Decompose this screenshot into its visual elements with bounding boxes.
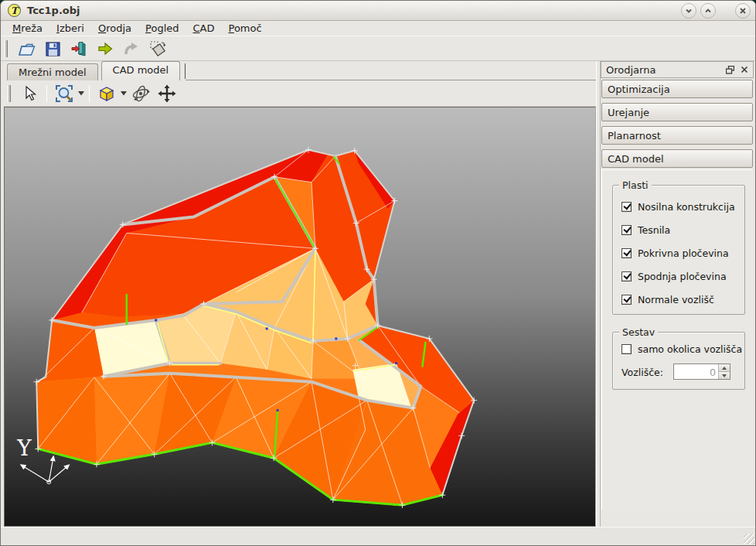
spin-label: Vozlišče: [621, 367, 663, 378]
select-cursor-icon [21, 84, 38, 103]
checkbox-samo-okolica[interactable]: samo okolica vozlišča [621, 343, 742, 355]
checkbox-spodnja-plocevina[interactable]: Spodnja pločevina [621, 271, 727, 282]
spin-value[interactable]: 0 [674, 364, 718, 379]
zoom-extents-button[interactable] [53, 83, 76, 104]
vozlisce-spinbox[interactable]: 0 [673, 363, 730, 380]
tab-cad-model[interactable]: CAD model [101, 61, 181, 80]
minimize-button[interactable] [681, 3, 696, 19]
group-sestav: Sestav samo okolica vozlišča Vozlišče: 0 [612, 332, 745, 390]
main-toolbar [1, 36, 756, 61]
checkbox-normale-vozlisc[interactable]: Normale vozlišč [621, 294, 714, 305]
select-tool-button[interactable] [18, 83, 41, 104]
checkbox-label: Nosilna konstrukcija [638, 201, 735, 213]
dock-close-button[interactable] [738, 63, 751, 76]
exit-button[interactable] [67, 38, 90, 60]
window-title: Tcc1p.obj [27, 5, 80, 16]
redo-icon [122, 39, 141, 58]
checkbox-label: Normale vozlišč [638, 294, 714, 305]
caret-down-icon [78, 91, 84, 96]
section-cad-model[interactable]: CAD model [601, 149, 753, 168]
view-toolbar [4, 80, 596, 107]
checkbox-tesnila[interactable]: Tesnila [621, 224, 670, 236]
cad-model-panel: Plasti Nosilna konstrukcija Tesnila Pokr… [601, 169, 753, 510]
group-title: Plasti [619, 179, 652, 191]
dock-float-button[interactable] [724, 63, 736, 76]
transform-icon [148, 39, 168, 58]
pan-button[interactable] [155, 83, 179, 104]
svg-text:Y: Y [16, 435, 32, 461]
open-button[interactable] [15, 38, 38, 60]
orbit-icon [130, 84, 152, 104]
section-optimizacija[interactable]: Optimizacija [601, 80, 753, 98]
save-button[interactable] [41, 38, 64, 60]
menu-pogled[interactable]: Pogled [138, 22, 186, 35]
pan-move-icon [157, 84, 177, 104]
redo-button [120, 38, 143, 60]
forward-button[interactable] [94, 38, 117, 60]
app-window: T Tcc1p.obj Mreža Izberi Orodja Pogled C… [0, 0, 756, 546]
menu-orodja[interactable]: Orodja [91, 22, 138, 35]
menu-pomoc[interactable]: Pomoč [221, 22, 268, 35]
float-icon [726, 66, 734, 74]
chevron-down-icon [685, 7, 693, 15]
toolbar-handle[interactable] [8, 85, 11, 102]
chevron-up-icon [704, 7, 712, 15]
spin-up-button[interactable] [719, 364, 730, 372]
menu-bar: Mreža Izberi Orodja Pogled CAD Pomoč [1, 21, 756, 36]
view-dropdown-caret[interactable] [120, 83, 128, 104]
checkbox-box[interactable] [621, 202, 632, 212]
checkbox-box[interactable] [621, 344, 632, 354]
title-bar[interactable]: T Tcc1p.obj [1, 1, 756, 21]
arrow-down-icon [722, 374, 727, 377]
checkbox-box[interactable] [621, 225, 632, 235]
dock-title-bar[interactable]: Orodjarna [601, 61, 754, 78]
close-icon [741, 66, 748, 73]
mesh-canvas[interactable]: Y [5, 107, 595, 526]
spin-down-button[interactable] [719, 372, 730, 379]
zoom-dropdown-caret[interactable] [77, 83, 85, 104]
checkbox-box[interactable] [621, 248, 632, 258]
group-title: Sestav [619, 326, 658, 338]
tab-mrezni-model[interactable]: Mrežni model [7, 63, 98, 80]
toolbar-handle[interactable] [5, 40, 8, 57]
menu-mreza[interactable]: Mreža [5, 22, 49, 35]
close-icon [739, 7, 747, 15]
resize-grip[interactable] [744, 534, 754, 544]
section-urejanje[interactable]: Urejanje [601, 103, 753, 121]
checkbox-label: Tesnila [638, 224, 670, 236]
section-planarnost[interactable]: Planarnost [601, 126, 753, 145]
forward-arrow-icon [96, 39, 114, 58]
checkbox-pokrivna-plocevina[interactable]: Pokrivna pločevina [621, 247, 729, 259]
app-icon: T [8, 4, 21, 17]
exit-door-icon [70, 39, 88, 58]
save-icon [43, 39, 62, 58]
zoom-extents-icon [54, 84, 74, 104]
viewport-3d[interactable]: Y [4, 107, 596, 527]
caret-down-icon [121, 91, 127, 96]
maximize-button[interactable] [700, 3, 716, 19]
checkbox-label: Spodnja pločevina [638, 271, 727, 282]
group-plasti: Plasti Nosilna konstrukcija Tesnila Pokr… [612, 185, 745, 315]
close-button[interactable] [735, 3, 751, 19]
view-cube-icon [97, 84, 117, 104]
checkbox-nosilna-konstrukcija[interactable]: Nosilna konstrukcija [621, 201, 735, 213]
transform-button[interactable] [146, 38, 169, 60]
mesh-group: Y [16, 147, 477, 508]
arrow-up-icon [722, 367, 727, 370]
dock-title: Orodjarna [606, 64, 656, 76]
tab-bar: Mrežni model CAD model [4, 61, 596, 80]
tab-divider [185, 63, 186, 79]
menu-cad[interactable]: CAD [186, 22, 222, 35]
menu-izberi[interactable]: Izberi [49, 22, 91, 35]
orbit-button[interactable] [129, 83, 152, 104]
checkbox-box[interactable] [621, 295, 632, 305]
view-cube-button[interactable] [95, 83, 118, 104]
checkbox-label: samo okolica vozlišča [638, 343, 742, 355]
status-bar [1, 527, 756, 546]
open-icon [16, 39, 36, 58]
toolbox-dock: Orodjarna Optimizacija Urejanje Planarno… [601, 61, 754, 527]
checkbox-label: Pokrivna pločevina [638, 247, 729, 259]
checkbox-box[interactable] [621, 271, 632, 282]
